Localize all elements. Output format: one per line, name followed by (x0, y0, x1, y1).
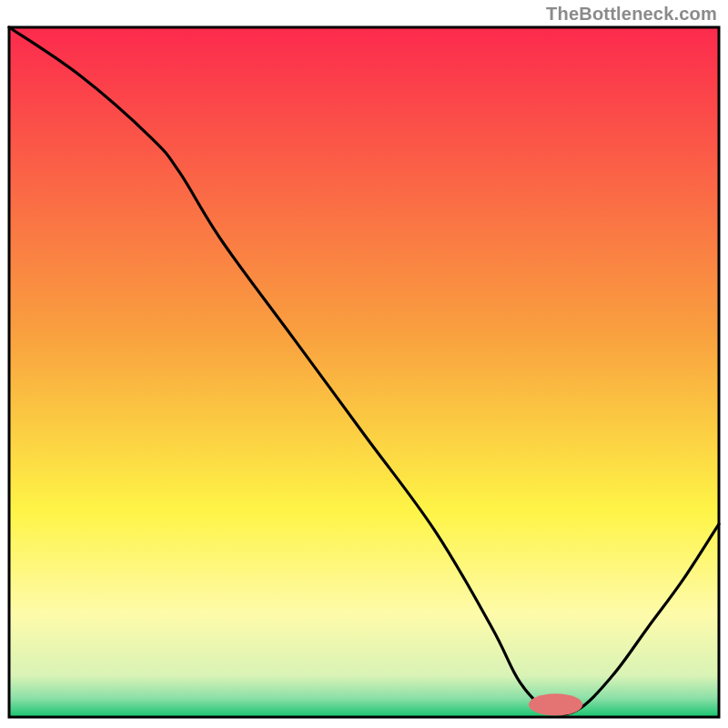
attribution-text: TheBottleneck.com (546, 4, 717, 25)
optimal-point-marker (529, 693, 582, 715)
gradient-background (9, 27, 719, 717)
plot-area (9, 27, 719, 717)
chart-container: TheBottleneck.com (0, 0, 728, 728)
bottleneck-chart (0, 0, 728, 728)
